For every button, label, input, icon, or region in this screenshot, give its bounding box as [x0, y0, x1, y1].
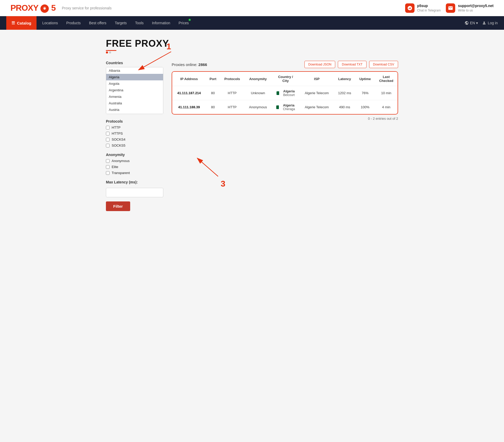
- protocol-socks4[interactable]: SOCKS4: [106, 138, 163, 141]
- col-protocols: Protocols: [220, 72, 244, 86]
- country-list[interactable]: Albania Algeria Angola Argentina Armenia…: [106, 67, 163, 114]
- nav-locations[interactable]: Locations: [39, 16, 62, 30]
- countries-label: Countries: [106, 61, 163, 65]
- cell-country-city: Algeria Belcourt: [272, 86, 300, 100]
- col-uptime: Uptime: [355, 72, 375, 86]
- cell-latency: 1202 ms: [334, 86, 355, 100]
- main-content: 1 2 3 FREE PROXY Countries Albania Alger…: [95, 38, 409, 211]
- anon-elite-checkbox[interactable]: [106, 165, 110, 169]
- download-csv-button[interactable]: Download CSV: [369, 61, 398, 68]
- download-json-button[interactable]: Download JSON: [304, 61, 335, 68]
- latency-input[interactable]: [106, 188, 163, 197]
- nav-links: Locations Products Best offers Targets T…: [39, 16, 465, 30]
- cell-protocol: HTTP: [220, 100, 244, 114]
- cell-anonymity: Unknown: [244, 86, 272, 100]
- title-underline: [106, 50, 116, 51]
- nav-information[interactable]: Information: [148, 16, 174, 30]
- protocol-list: HTTP HTTPS SOCKS4 SOCKS5: [106, 126, 163, 147]
- protocol-socks4-checkbox[interactable]: [106, 138, 110, 141]
- flag-icon: [276, 105, 281, 109]
- flag-icon: [277, 91, 282, 95]
- cell-isp: Algerie Telecom: [300, 86, 334, 100]
- top-bar-contacts: p5sup Chat in Telegram support@proxy5.ne…: [405, 3, 494, 13]
- download-txt-button[interactable]: Download TXT: [338, 61, 366, 68]
- login-button[interactable]: Log in: [482, 21, 498, 25]
- sidebar: Countries Albania Algeria Angola Argenti…: [106, 61, 163, 211]
- email-contact[interactable]: support@proxy5.net Write to us: [446, 3, 494, 13]
- protocol-http-checkbox[interactable]: [106, 126, 110, 129]
- anon-anonymous[interactable]: Anonymous: [106, 159, 163, 163]
- protocols-label: Protocols: [106, 119, 163, 123]
- hamburger-icon: ☰: [11, 21, 15, 25]
- cell-last-checked: 10 min: [375, 86, 398, 100]
- catalog-button[interactable]: ☰ Catalog: [6, 16, 37, 30]
- cell-country-city: Algeria Cheraga: [272, 100, 300, 114]
- nav-targets[interactable]: Targets: [111, 16, 130, 30]
- country-armenia[interactable]: Armenia: [106, 93, 163, 100]
- table-header-row: Proxies online: 2866 Download JSON Downl…: [172, 61, 398, 68]
- nav-best-offers[interactable]: Best offers: [85, 16, 110, 30]
- country-algeria[interactable]: Algeria: [106, 74, 163, 80]
- protocol-https[interactable]: HTTPS: [106, 132, 163, 135]
- cell-last-checked: 4 min: [375, 100, 398, 114]
- email-info: support@proxy5.net Write to us: [458, 4, 494, 13]
- proxy-table-wrapper: IP Address Port Protocols Anonymity Coun…: [172, 71, 398, 115]
- cell-uptime: 76%: [355, 86, 375, 100]
- cell-ip: 41.111.188.39: [172, 100, 206, 114]
- email-icon: [446, 3, 455, 13]
- top-bar: PROXY 5 Proxy service for professionals …: [0, 0, 504, 16]
- language-selector[interactable]: EN ▾: [465, 21, 478, 25]
- logo-area: PROXY 5 Proxy service for professionals: [10, 3, 112, 13]
- country-albania[interactable]: Albania: [106, 67, 163, 74]
- cell-isp: Algerie Telecom: [300, 100, 334, 114]
- col-latency: Latency: [334, 72, 355, 86]
- table-row: 41.111.187.214 80 HTTP Unknown Algeria B…: [172, 86, 398, 100]
- anon-transparent[interactable]: Transparent: [106, 171, 163, 175]
- tagline: Proxy service for professionals: [62, 6, 112, 10]
- filter-button[interactable]: Filter: [106, 201, 130, 211]
- dot-red: [106, 51, 108, 53]
- nav-products[interactable]: Products: [63, 16, 84, 30]
- country-argentina[interactable]: Argentina: [106, 87, 163, 93]
- protocol-socks5[interactable]: SOCKS5: [106, 144, 163, 147]
- cell-protocol: HTTP: [220, 86, 244, 100]
- col-anonymity: Anonymity: [244, 72, 272, 86]
- anon-elite[interactable]: Elite: [106, 165, 163, 169]
- dot-gray: [109, 51, 111, 53]
- country-azerbaijan[interactable]: Azerbaijan: [106, 113, 163, 114]
- entries-count: 0 - 2 entries out of 2: [172, 117, 398, 121]
- nav-tools[interactable]: Tools: [131, 16, 147, 30]
- anon-anonymous-checkbox[interactable]: [106, 159, 110, 163]
- table-header: IP Address Port Protocols Anonymity Coun…: [172, 72, 398, 86]
- anonymity-list: Anonymous Elite Transparent: [106, 159, 163, 175]
- logo[interactable]: PROXY 5: [10, 3, 56, 13]
- anon-transparent-checkbox[interactable]: [106, 171, 110, 175]
- globe-icon: [465, 21, 469, 25]
- cell-port: 80: [206, 100, 220, 114]
- gear-icon: [42, 6, 47, 11]
- latency-label: Max Latency (ms):: [106, 180, 163, 184]
- country-angola[interactable]: Angola: [106, 80, 163, 87]
- country-australia[interactable]: Australia: [106, 100, 163, 106]
- content-row: Countries Albania Algeria Angola Argenti…: [106, 61, 398, 211]
- user-icon: [482, 21, 486, 25]
- cell-port: 80: [206, 86, 220, 100]
- nav-prices[interactable]: Prices: [175, 16, 193, 30]
- telegram-contact[interactable]: p5sup Chat in Telegram: [405, 3, 441, 13]
- protocol-https-checkbox[interactable]: [106, 132, 110, 135]
- cell-anonymity: Anonymous: [244, 100, 272, 114]
- navbar: ☰ Catalog Locations Products Best offers…: [0, 16, 504, 30]
- protocol-http[interactable]: HTTP: [106, 126, 163, 129]
- table-row: 41.111.188.39 80 HTTP Anonymous Algeria …: [172, 100, 398, 114]
- table-area: Proxies online: 2866 Download JSON Downl…: [172, 61, 398, 121]
- protocol-socks5-checkbox[interactable]: [106, 144, 110, 147]
- proxy-table-body: 41.111.187.214 80 HTTP Unknown Algeria B…: [172, 86, 398, 114]
- cell-uptime: 100%: [355, 100, 375, 114]
- col-country-city: Country /City: [272, 72, 300, 86]
- col-isp: ISP: [300, 72, 334, 86]
- title-dots: [106, 51, 398, 53]
- anonymity-label: Anonymity: [106, 153, 163, 157]
- country-austria[interactable]: Austria: [106, 106, 163, 113]
- nav-right: EN ▾ Log in: [465, 21, 498, 25]
- telegram-info: p5sup Chat in Telegram: [417, 4, 441, 13]
